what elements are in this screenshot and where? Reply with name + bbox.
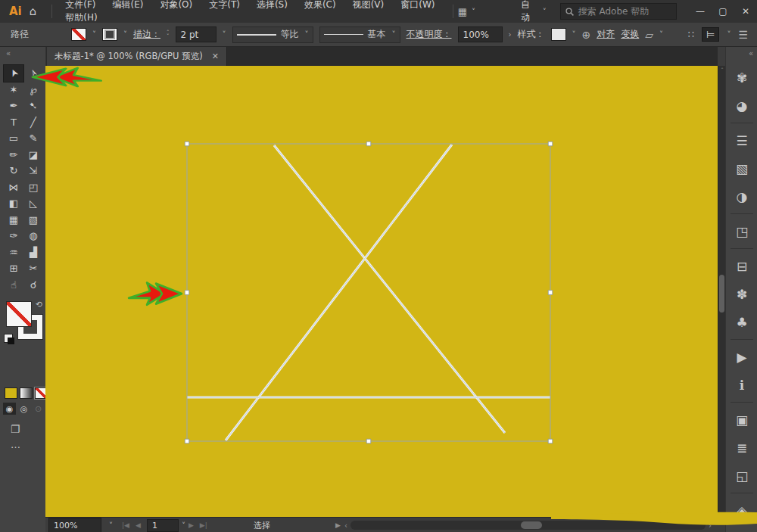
- free-transform-tool[interactable]: ◰: [23, 179, 43, 196]
- rotate-tool[interactable]: ↻: [4, 163, 23, 179]
- shaper-tool[interactable]: ✏: [4, 147, 23, 163]
- transform-link[interactable]: 变换: [621, 28, 639, 41]
- collapse-dock-icon[interactable]: «: [749, 49, 753, 58]
- menu-window[interactable]: 窗口(W): [392, 0, 443, 10]
- gradient-tool[interactable]: ▧: [23, 212, 43, 229]
- selection-tool[interactable]: ➤: [4, 65, 23, 82]
- gradient-button[interactable]: [20, 387, 33, 399]
- stroke-weight-stepper[interactable]: ˄˅: [167, 31, 170, 39]
- color-button[interactable]: [5, 387, 17, 399]
- symbol-sprayer-tool[interactable]: ♒: [4, 244, 23, 261]
- opacity-link[interactable]: 不透明度：: [407, 28, 452, 41]
- document-info-panel-icon[interactable]: ℹ: [726, 371, 757, 399]
- menu-object[interactable]: 对象(O): [151, 0, 201, 10]
- symbols-panel-icon[interactable]: ♣: [726, 308, 757, 336]
- hand-tool[interactable]: ☝: [4, 277, 23, 294]
- selection-handle[interactable]: [185, 439, 189, 443]
- artboard-number-input[interactable]: 1: [147, 519, 179, 532]
- zoom-level-input[interactable]: 100%: [48, 518, 101, 532]
- mesh-tool[interactable]: ▦: [4, 212, 23, 229]
- selection-handle[interactable]: [548, 291, 553, 295]
- eraser-tool[interactable]: ◪: [23, 147, 43, 163]
- chevron-down-icon[interactable]: ˅: [659, 30, 663, 39]
- menu-help[interactable]: 帮助(H): [57, 12, 105, 23]
- edit-toolbar-icon[interactable]: …: [11, 439, 21, 450]
- panel-menu-icon[interactable]: ☰: [738, 29, 748, 41]
- selection-handle[interactable]: [366, 439, 371, 443]
- opacity-flyout-arrow[interactable]: ›: [509, 30, 512, 39]
- menu-select[interactable]: 选择(S): [248, 0, 296, 10]
- scale-tool[interactable]: ⇲: [23, 163, 43, 179]
- shape-builder-tool[interactable]: ◧: [4, 195, 23, 212]
- chevron-down-icon[interactable]: ˅: [182, 521, 185, 530]
- chevron-down-icon[interactable]: ˅: [472, 8, 475, 16]
- last-artboard-button[interactable]: ▶|: [200, 521, 207, 529]
- stroke-link[interactable]: 描边：: [133, 28, 160, 41]
- horizontal-scrollbar-thumb[interactable]: [521, 521, 542, 529]
- opacity-input[interactable]: 100%: [458, 26, 503, 42]
- first-artboard-button[interactable]: |◀: [122, 521, 129, 529]
- fill-swatch[interactable]: [71, 28, 86, 41]
- gradient-panel-icon[interactable]: ▧: [726, 154, 757, 182]
- minimize-button[interactable]: —: [689, 6, 712, 17]
- collapse-panel-icon[interactable]: «: [6, 49, 11, 58]
- selection-handle[interactable]: [366, 142, 371, 146]
- zoom-tool[interactable]: ☌: [23, 277, 43, 294]
- chevron-down-icon[interactable]: ˅: [572, 30, 576, 39]
- width-tool[interactable]: ⋈: [4, 179, 23, 196]
- pathfinder-panel-icon[interactable]: ◱: [726, 462, 757, 490]
- align-link[interactable]: 对齐: [597, 28, 615, 41]
- selection-handle[interactable]: [185, 291, 189, 295]
- draw-behind-button[interactable]: ◎: [17, 403, 30, 415]
- color-guide-panel-icon[interactable]: ◕: [726, 92, 757, 120]
- menu-type[interactable]: 文字(T): [201, 0, 248, 10]
- selection-handle[interactable]: [548, 439, 553, 443]
- next-artboard-button[interactable]: ▶: [188, 521, 194, 529]
- chevron-down-icon[interactable]: ˅: [92, 30, 96, 39]
- actions-panel-icon[interactable]: ▶: [726, 343, 757, 371]
- align-panel-icon[interactable]: ≣: [726, 434, 757, 462]
- column-graph-tool[interactable]: ▟: [23, 244, 43, 261]
- status-flyout-arrow[interactable]: ▶: [335, 521, 341, 529]
- previous-artboard-button[interactable]: ◀: [136, 521, 141, 529]
- stroke-weight-input[interactable]: 2 pt: [176, 26, 217, 42]
- draw-normal-button[interactable]: ◉: [3, 403, 16, 415]
- chevron-down-icon[interactable]: ˅: [727, 30, 731, 39]
- paintbrush-tool[interactable]: ✎: [23, 130, 43, 147]
- menu-edit[interactable]: 编辑(E): [104, 0, 151, 10]
- swap-fill-stroke-icon[interactable]: ⟲: [36, 300, 42, 310]
- maximize-button[interactable]: ▢: [712, 6, 734, 17]
- screen-mode-icon[interactable]: ❐: [11, 423, 20, 435]
- select-similar-icon[interactable]: ▱: [645, 29, 653, 41]
- eyedropper-tool[interactable]: ✑: [4, 228, 23, 244]
- draw-inside-button[interactable]: ⊙: [32, 403, 45, 415]
- layout-icon[interactable]: ▦: [458, 6, 467, 17]
- artboard-tool[interactable]: ⊞: [4, 260, 23, 277]
- appearance-panel-icon[interactable]: ◳: [726, 217, 757, 245]
- rectangle-tool[interactable]: ▭: [4, 130, 23, 147]
- document-tab[interactable]: 未标题-1* @ 100% (RGB/GPU 预览) ✕: [47, 47, 227, 66]
- home-icon[interactable]: ⌂: [30, 5, 37, 18]
- tab-close-icon[interactable]: ✕: [212, 51, 219, 61]
- chevron-down-icon[interactable]: ˅: [223, 30, 226, 39]
- selection-handle[interactable]: [185, 142, 189, 146]
- chevron-down-icon[interactable]: ˅: [109, 521, 113, 530]
- fill-indicator-none[interactable]: [6, 301, 32, 327]
- selection-handle[interactable]: [548, 142, 553, 146]
- artboards-panel-icon[interactable]: ⊟: [726, 252, 757, 280]
- brush-definition-select[interactable]: 基本 ˅: [319, 26, 400, 43]
- stroke-swatch[interactable]: [102, 28, 117, 41]
- brushes-panel-icon[interactable]: ✽: [726, 280, 757, 308]
- menu-file[interactable]: 文件(F): [57, 0, 104, 10]
- transparency-panel-icon[interactable]: ◑: [726, 182, 757, 210]
- magic-wand-tool[interactable]: ✶: [4, 82, 23, 98]
- scroll-left-arrow[interactable]: ‹: [344, 521, 347, 530]
- perspective-grid-tool[interactable]: ◺: [23, 195, 43, 212]
- document-setup-globe-icon[interactable]: ⊕: [582, 29, 591, 41]
- transform-panel-icon[interactable]: ▣: [726, 406, 757, 434]
- arrange-dropdown[interactable]: 自动 ˅: [521, 0, 547, 24]
- blend-tool[interactable]: ◍: [23, 228, 43, 244]
- menu-effect[interactable]: 效果(C): [296, 0, 344, 10]
- slice-tool[interactable]: ✂: [23, 260, 43, 277]
- curvature-tool[interactable]: ➷: [23, 98, 43, 114]
